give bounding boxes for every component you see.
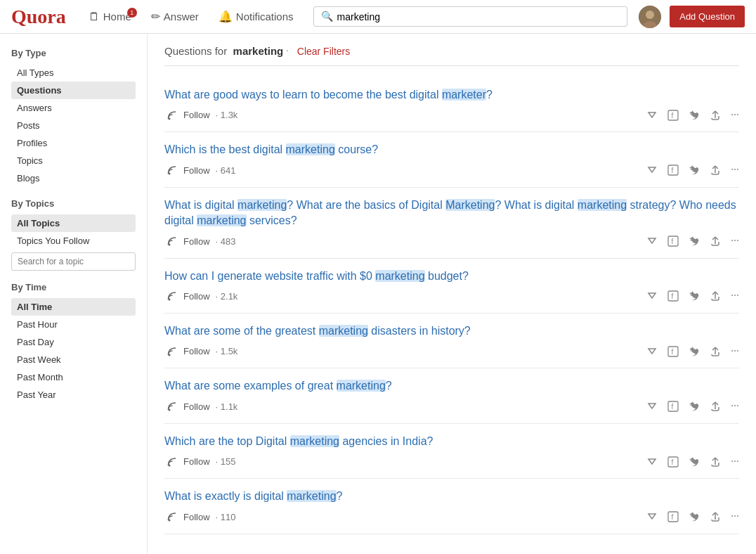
follow-button[interactable]: Follow [164, 400, 213, 413]
nav-home[interactable]: 🗒 Home 1 [80, 6, 140, 27]
more-options-icon[interactable]: ··· [731, 290, 739, 302]
sidebar-item-profiles[interactable]: Profiles [11, 134, 136, 152]
follow-count: · 641 [216, 165, 236, 176]
question-link[interactable]: What are some examples of great marketin… [164, 378, 739, 394]
add-question-button[interactable]: Add Question [670, 6, 745, 27]
share-icon[interactable] [710, 110, 721, 121]
follow-button[interactable]: Follow [164, 455, 213, 468]
nav-notifications[interactable]: 🔔 Notifications [210, 6, 302, 27]
downvote-icon[interactable] [646, 511, 658, 522]
question-item: What is exactly is digital marketing? Fo… [164, 479, 739, 534]
follow-button[interactable]: Follow [164, 164, 213, 177]
share-icon[interactable] [710, 456, 721, 468]
avatar-image [639, 6, 661, 28]
sidebar-item-past-hour[interactable]: Past Hour [11, 316, 136, 333]
downvote-icon[interactable] [646, 346, 658, 357]
twitter-share-icon[interactable] [689, 110, 700, 121]
question-link[interactable]: What are some of the greatest marketing … [164, 323, 739, 339]
twitter-share-icon[interactable] [689, 165, 700, 176]
avatar[interactable] [639, 6, 661, 28]
sidebar-item-questions[interactable]: Questions [11, 82, 136, 99]
facebook-share-icon[interactable]: f [667, 401, 679, 412]
sidebar-item-topics[interactable]: Topics [11, 152, 136, 169]
share-icon[interactable] [710, 165, 721, 176]
share-icon[interactable] [710, 511, 721, 522]
twitter-share-icon[interactable] [689, 290, 700, 302]
facebook-share-icon[interactable]: f [667, 290, 679, 302]
question-link[interactable]: What are good ways to learn to become th… [164, 87, 739, 103]
more-options-icon[interactable]: ··· [731, 109, 739, 122]
sidebar: By Type All Types Questions Answers Post… [0, 34, 148, 554]
facebook-share-icon[interactable]: f [667, 511, 679, 522]
svg-text:f: f [672, 167, 674, 174]
twitter-share-icon[interactable] [689, 511, 700, 522]
sidebar-item-all-topics[interactable]: All Topics [11, 214, 136, 232]
twitter-share-icon[interactable] [689, 401, 700, 412]
more-options-icon[interactable]: ··· [731, 400, 739, 413]
header: Quora 🗒 Home 1 ✏ Answer 🔔 Notifications … [0, 0, 756, 34]
facebook-share-icon[interactable]: f [667, 110, 679, 121]
nav-notifications-label: Notifications [236, 11, 294, 22]
svg-text:f: f [672, 513, 674, 521]
sidebar-item-past-week[interactable]: Past Week [11, 351, 136, 368]
facebook-share-icon[interactable]: f [667, 165, 679, 176]
question-link[interactable]: What is exactly is digital marketing? [164, 489, 739, 504]
question-actions: Follow· 1.5kf··· [164, 344, 739, 358]
more-options-icon[interactable]: ··· [731, 164, 739, 176]
more-options-icon[interactable]: ··· [731, 510, 739, 523]
follow-icon [167, 291, 180, 301]
sidebar-item-past-month[interactable]: Past Month [11, 368, 136, 386]
twitter-share-icon[interactable] [689, 456, 700, 468]
follow-button[interactable]: Follow [164, 510, 213, 524]
share-icon[interactable] [710, 346, 721, 357]
nav-answer[interactable]: ✏ Answer [143, 6, 207, 27]
follow-button[interactable]: Follow [164, 344, 213, 358]
twitter-share-icon[interactable] [689, 346, 700, 357]
question-link[interactable]: Which are the top Digital marketing agen… [164, 434, 739, 449]
follow-button[interactable]: Follow [164, 235, 213, 248]
follow-count: · 2.1k [216, 291, 238, 302]
downvote-icon[interactable] [646, 110, 658, 121]
question-link[interactable]: How can I generate website traffic with … [164, 269, 739, 284]
action-icons-group: f··· [646, 290, 739, 302]
facebook-share-icon[interactable]: f [667, 346, 679, 357]
facebook-share-icon[interactable]: f [667, 236, 679, 247]
follow-button[interactable]: Follow [164, 108, 213, 122]
questions-list: What are good ways to learn to become th… [164, 77, 739, 534]
sidebar-item-topics-you-follow[interactable]: Topics You Follow [11, 232, 136, 250]
clear-filters-link[interactable]: Clear Filters [297, 46, 350, 57]
share-icon[interactable] [710, 236, 721, 247]
share-icon[interactable] [710, 401, 721, 412]
sidebar-item-past-year[interactable]: Past Year [11, 386, 136, 404]
sidebar-item-posts[interactable]: Posts [11, 117, 136, 134]
logo[interactable]: Quora [11, 6, 66, 28]
more-options-icon[interactable]: ··· [731, 345, 739, 358]
sidebar-item-all-types[interactable]: All Types [11, 64, 136, 82]
question-link[interactable]: Which is the best digital marketing cour… [164, 142, 739, 157]
keyword-highlight: Marketing [445, 199, 495, 211]
topic-search-input[interactable] [11, 252, 136, 271]
more-options-icon[interactable]: ··· [731, 235, 739, 247]
more-options-icon[interactable]: ··· [731, 456, 739, 468]
twitter-share-icon[interactable] [689, 236, 700, 247]
sidebar-item-past-day[interactable]: Past Day [11, 333, 136, 351]
follow-button[interactable]: Follow [164, 290, 213, 303]
sidebar-item-blogs[interactable]: Blogs [11, 169, 136, 187]
downvote-icon[interactable] [646, 290, 658, 302]
search-icon: 🔍 [321, 11, 333, 22]
facebook-share-icon[interactable]: f [667, 456, 679, 468]
bell-icon: 🔔 [219, 10, 233, 23]
sidebar-item-all-time[interactable]: All Time [11, 298, 136, 316]
question-item: Which are the top Digital marketing agen… [164, 424, 739, 479]
follow-icon [167, 401, 180, 411]
header-separator: · [286, 46, 289, 57]
question-link[interactable]: What is digital marketing? What are the … [164, 198, 739, 229]
question-item: What is digital marketing? What are the … [164, 188, 739, 259]
sidebar-item-answers[interactable]: Answers [11, 99, 136, 117]
downvote-icon[interactable] [646, 456, 658, 468]
search-input[interactable] [337, 11, 620, 22]
share-icon[interactable] [710, 290, 721, 302]
downvote-icon[interactable] [646, 401, 658, 412]
downvote-icon[interactable] [646, 165, 658, 176]
downvote-icon[interactable] [646, 236, 658, 247]
